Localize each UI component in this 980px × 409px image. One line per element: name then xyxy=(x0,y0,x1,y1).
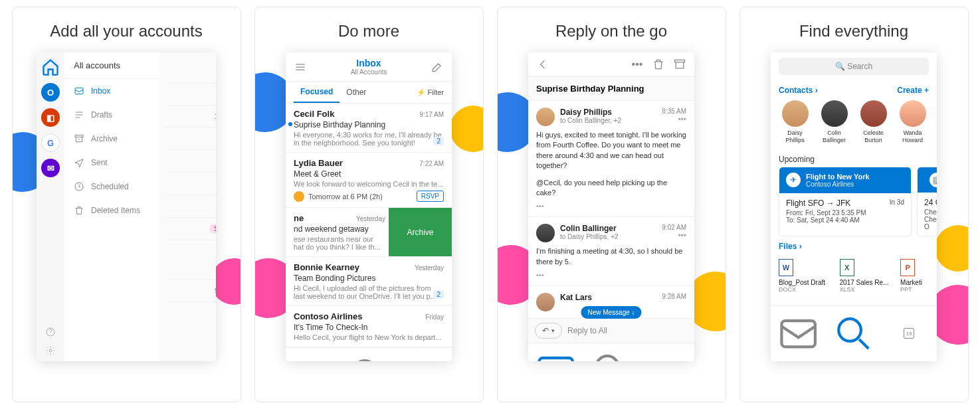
reply-icon: ↶ xyxy=(542,326,549,335)
file-item[interactable]: PMarketiPPT xyxy=(900,259,929,293)
menu-icon[interactable] xyxy=(294,60,307,74)
event-card[interactable]: 🏢 24 GraCheck ICheck O xyxy=(917,167,937,236)
panel-reply: Reply on the go ••• Suprise Birthday Pla… xyxy=(497,7,726,402)
outlook-account-icon[interactable]: O xyxy=(41,83,60,102)
settings-icon[interactable] xyxy=(45,345,56,356)
contact-item[interactable]: DaisyPhillips xyxy=(779,100,811,144)
unread-dot xyxy=(288,122,292,126)
nav-calendar[interactable]: 19 xyxy=(397,348,452,361)
panel-find: Find everything 🔍 Search Contacts › Crea… xyxy=(739,7,969,402)
panel-title: Find everything xyxy=(740,7,968,52)
svg-point-6 xyxy=(354,361,377,361)
background-inbox: ✎ ilter 1 PM 2 5 SVP 5 AM xyxy=(159,52,216,361)
contact-item[interactable]: CelesteBurton xyxy=(857,100,890,144)
trash-icon[interactable] xyxy=(652,58,665,71)
archive-icon[interactable] xyxy=(673,58,686,71)
filter-button[interactable]: ⚡Filter xyxy=(417,88,444,97)
home-account-icon[interactable] xyxy=(41,58,60,76)
rsvp-button[interactable]: RSVP xyxy=(417,191,444,202)
count-badge: 2 xyxy=(433,290,444,299)
nav-calendar[interactable]: 19 xyxy=(639,343,694,361)
new-message-pill[interactable]: New Message ↓ xyxy=(581,306,641,319)
panel-title: Add all your accounts xyxy=(13,7,241,52)
search-input[interactable]: 🔍 Search xyxy=(779,58,929,75)
panel-accounts: Add all your accounts ✎ ilter 1 PM 2 5 S… xyxy=(12,7,241,402)
svg-point-9 xyxy=(597,356,619,361)
word-icon: W xyxy=(779,259,793,276)
files-link[interactable]: Files › xyxy=(779,242,802,251)
sent-icon xyxy=(74,157,84,168)
excel-icon: X xyxy=(840,259,854,276)
thread-subject: Suprise Birthday Planning xyxy=(528,77,694,101)
drafts-icon xyxy=(74,110,84,120)
clock-icon xyxy=(74,181,84,192)
more-icon[interactable]: ••• xyxy=(662,231,686,240)
plus-icon: + xyxy=(924,86,929,95)
decor-blob xyxy=(935,225,969,272)
expand-icon[interactable]: ••• xyxy=(536,271,686,279)
avatar xyxy=(900,100,926,127)
tab-other[interactable]: Other xyxy=(340,82,373,102)
message-item[interactable]: Lydia Bauer7:22 AM Meet & Greet We look … xyxy=(286,153,452,208)
chevron-right-icon: › xyxy=(799,242,802,251)
inbox-header: Inbox All Accounts xyxy=(307,58,431,76)
contact-item[interactable]: WandaHoward xyxy=(896,100,929,144)
count-badge: 2 xyxy=(433,137,444,145)
file-item[interactable]: X2017 Sales Re...XLSX xyxy=(840,259,894,293)
nav-search[interactable] xyxy=(826,306,881,361)
create-button[interactable]: Create + xyxy=(897,86,929,95)
message-item[interactable]: Cecil Folk9:17 AM Suprise Birthday Plann… xyxy=(286,104,452,153)
message-item[interactable]: Bonnie KearneyYesterday Team Bonding Pic… xyxy=(286,257,452,306)
thread-message[interactable]: Colin Ballingerto Daisy Phillips, +2 9:0… xyxy=(528,217,694,286)
ppt-icon: P xyxy=(900,259,915,276)
reply-all-button[interactable]: ↶▾ xyxy=(535,323,562,339)
avatar xyxy=(536,224,555,242)
decor-blob xyxy=(450,106,484,152)
chevron-down-icon: ▾ xyxy=(551,327,555,334)
flight-card[interactable]: ✈Flight to New YorkContoso Airlines Flig… xyxy=(779,167,912,236)
lightning-icon: ⚡ xyxy=(417,88,426,97)
tab-focused[interactable]: Focused xyxy=(294,82,340,103)
nav-mail[interactable] xyxy=(771,306,826,361)
building-icon: 🏢 xyxy=(930,173,937,187)
more-icon[interactable]: ••• xyxy=(662,115,686,124)
svg-rect-7 xyxy=(675,60,685,62)
nav-calendar[interactable]: 19 xyxy=(882,306,937,361)
google-account-icon[interactable]: G xyxy=(41,133,60,152)
plane-icon: ✈ xyxy=(786,173,801,187)
compose-icon[interactable] xyxy=(431,60,444,74)
help-icon[interactable] xyxy=(45,327,56,337)
svg-rect-10 xyxy=(781,321,815,347)
inbox-icon xyxy=(74,86,84,96)
back-icon[interactable] xyxy=(536,58,549,71)
nav-mail[interactable] xyxy=(286,348,341,361)
yahoo-account-icon[interactable]: ✉ xyxy=(41,159,60,177)
expand-icon[interactable]: ••• xyxy=(536,202,686,210)
svg-rect-0 xyxy=(75,88,83,94)
avatar xyxy=(821,100,848,127)
contacts-link[interactable]: Contacts › xyxy=(779,86,818,95)
svg-rect-8 xyxy=(539,358,572,361)
chevron-right-icon: › xyxy=(815,86,818,95)
thread-message[interactable]: Daisy Phillipsto Colin Ballinger, +2 8:3… xyxy=(528,101,694,217)
svg-point-11 xyxy=(839,319,862,341)
archive-icon xyxy=(74,133,84,144)
nav-search[interactable] xyxy=(583,343,638,361)
svg-point-4 xyxy=(49,349,52,352)
panel-title: Do more xyxy=(255,7,483,52)
more-icon[interactable]: ••• xyxy=(631,58,644,71)
upcoming-heading: Upcoming xyxy=(771,149,937,167)
file-item[interactable]: WBlog_Post DraftDOCX xyxy=(779,259,833,293)
contact-item[interactable]: ColinBallinger xyxy=(818,100,850,144)
panel-do-more: Do more Inbox All Accounts Focused Other… xyxy=(254,7,484,402)
svg-rect-1 xyxy=(75,135,83,137)
nav-search[interactable] xyxy=(341,348,396,361)
nav-mail[interactable] xyxy=(528,343,583,361)
reply-input[interactable]: Reply to All xyxy=(567,326,688,335)
archive-swipe[interactable]: Archive xyxy=(389,208,452,256)
office-account-icon[interactable]: ◧ xyxy=(41,108,60,127)
message-item[interactable]: Contoso AirlinesFriday It's Time To Chec… xyxy=(286,306,452,347)
message-item-swiped[interactable]: neYesterday nd weekend getaway ese resta… xyxy=(286,208,452,257)
avatar xyxy=(782,100,809,127)
trash-icon xyxy=(74,205,84,216)
